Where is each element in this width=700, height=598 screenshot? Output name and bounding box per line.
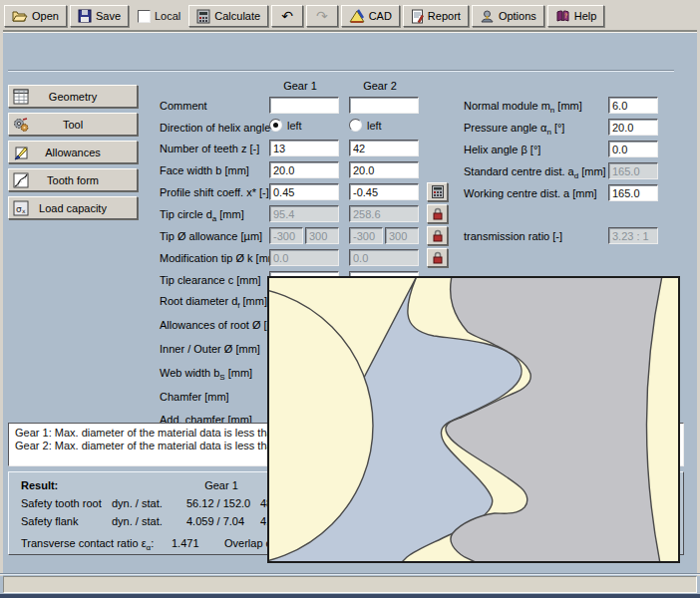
options-button[interactable]: Options (472, 5, 544, 27)
local-checkbox-group[interactable]: Local (138, 10, 180, 23)
options-icon (480, 9, 495, 24)
cad-icon (349, 9, 365, 23)
teeth-label: Number of teeth z [-] (160, 143, 259, 154)
helix-gear2-option-label: left (367, 120, 382, 132)
chamfer-label: Chamfer [mm] (160, 391, 229, 403)
tip-circle-lock-button[interactable] (427, 204, 448, 223)
normal-module-input[interactable] (608, 97, 658, 114)
helix-angle-label: Helix angle β [°] (464, 144, 540, 155)
normal-module-label: Normal module mn [mm] (464, 100, 582, 115)
tip-allowance-gear1-min-input (269, 227, 303, 244)
sidebar-item-tool[interactable]: Tool (8, 113, 138, 136)
gear2-profile (446, 278, 662, 561)
inner-outer-label: Inner / Outer Ø [mm] (160, 343, 260, 355)
cad-label: CAD (369, 10, 392, 22)
comment-gear1-input[interactable] (269, 97, 339, 114)
redo-icon: ↷ (316, 9, 328, 23)
helix-gear1-radio-group[interactable]: left (269, 119, 302, 132)
options-label: Options (499, 10, 536, 22)
result-title: Result: (21, 479, 58, 491)
helix-direction-label: Direction of helix angle (160, 122, 270, 134)
sidebar-label-tooth-form: Tooth form (47, 174, 99, 186)
sidebar-label-allowances: Allowances (45, 147, 101, 158)
open-button[interactable]: Open (4, 5, 67, 27)
calculator-icon (196, 9, 210, 24)
undo-button[interactable]: ↶ (271, 5, 303, 27)
tip-modification-lock-button[interactable] (427, 248, 448, 267)
window-frame-bottom (0, 594, 700, 598)
tip-allowance-gear1-max-input (305, 227, 339, 244)
teeth-gear1-input[interactable] (269, 140, 339, 156)
working-centre-label: Working centre dist. a [mm] (464, 187, 597, 199)
help-label: Help (574, 10, 597, 22)
report-button[interactable]: Report (403, 5, 469, 27)
result-row-gear1: 4.059 / 7.04 (186, 515, 244, 527)
toolbar: Open Save Local Calculate ↶ (0, 0, 700, 33)
gear2-column-header: Gear 2 (349, 80, 411, 92)
svg-text:x: x (22, 207, 26, 214)
content-separator (8, 70, 674, 72)
profile-shift-calc-button[interactable] (427, 182, 448, 201)
tip-modification-gear1-input (269, 249, 339, 266)
face-width-gear2-input[interactable] (349, 161, 419, 178)
helix-gear2-radio-group[interactable]: left (349, 119, 382, 132)
tip-allowance-label: Tip Ø allowance [µm] (160, 230, 262, 242)
geometry-grid-icon (13, 89, 29, 105)
tip-allowance-gear2-min-input (349, 227, 383, 244)
save-floppy-icon (78, 9, 92, 23)
help-button[interactable]: ? Help (547, 5, 605, 27)
standard-centre-input (608, 162, 658, 179)
report-label: Report (428, 10, 461, 22)
working-centre-input[interactable] (608, 184, 658, 201)
lock-icon (432, 207, 444, 220)
gear-mesh-drawing (269, 278, 678, 561)
save-button[interactable]: Save (70, 5, 129, 27)
result-row-mode: dyn. / stat. (112, 497, 163, 509)
standard-centre-label: Standard centre dist. ad [mm] (464, 165, 606, 180)
profile-shift-gear2-input[interactable] (349, 183, 419, 200)
sidebar-item-allowances[interactable]: Allowances (8, 141, 138, 163)
sidebar-label-geometry: Geometry (49, 91, 97, 103)
sidebar-item-geometry[interactable]: Geometry (8, 85, 138, 108)
help-book-icon: ? (555, 9, 570, 23)
sidebar-label-tool: Tool (63, 119, 83, 131)
gear1-column-header: Gear 1 (269, 80, 331, 92)
sidebar-label-load-capacity: Load capacity (39, 202, 107, 214)
calculate-label: Calculate (214, 10, 260, 22)
cad-button[interactable]: CAD (341, 5, 400, 27)
sidebar-item-tooth-form[interactable]: Tooth form (8, 168, 138, 191)
transmission-ratio-label: transmission ratio [-] (464, 230, 562, 242)
tip-modification-label: Modification tip Ø k [mm] (160, 252, 280, 264)
pressure-angle-label: Pressure angle αn [°] (464, 122, 564, 137)
tip-circle-gear2-input (349, 205, 419, 222)
web-width-label: Web width bS [mm] (160, 367, 252, 382)
tip-circle-gear1-input (269, 205, 339, 222)
open-folder-icon (12, 9, 28, 23)
calculate-button[interactable]: Calculate (188, 5, 268, 27)
result-row-name: Safety tooth root (21, 497, 102, 509)
redo-button[interactable]: ↷ (306, 5, 338, 27)
helix-angle-input[interactable] (608, 141, 658, 157)
profile-shift-gear1-input[interactable] (269, 183, 339, 200)
window-frame-left (0, 0, 3, 576)
local-checkbox[interactable] (138, 10, 151, 23)
result-row-gear1: 56.12 / 152.0 (186, 497, 250, 509)
lock-icon (432, 251, 444, 264)
status-separator (0, 573, 700, 575)
comment-gear2-input[interactable] (349, 97, 419, 114)
face-width-gear1-input[interactable] (269, 161, 339, 178)
lock-icon (432, 229, 444, 242)
helix-gear1-radio[interactable] (269, 119, 282, 132)
result-row-name: Safety flank (21, 515, 78, 527)
tool-gears-icon (13, 117, 29, 133)
profile-shift-label: Profile shift coeff. x* [-] (160, 186, 269, 198)
root-diameter-label: Root diameter df [mm] (160, 295, 267, 310)
allowances-pen-icon (13, 145, 29, 160)
pressure-angle-input[interactable] (608, 119, 658, 136)
helix-gear2-radio[interactable] (349, 119, 362, 132)
tip-allowance-lock-button[interactable] (427, 226, 448, 245)
load-capacity-sigma-icon: σ x (13, 200, 29, 216)
teeth-gear2-input[interactable] (349, 140, 419, 156)
tooth-form-curve-icon (13, 172, 29, 188)
sidebar-item-load-capacity[interactable]: σ x Load capacity (8, 196, 138, 219)
